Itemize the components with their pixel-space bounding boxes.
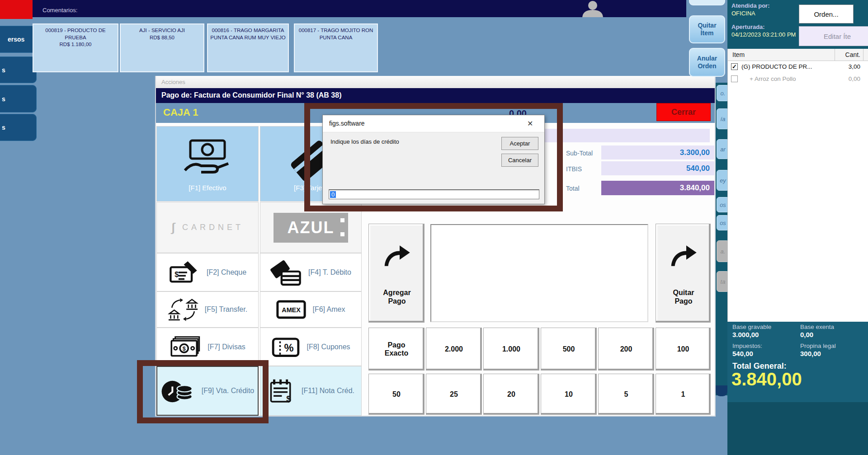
row-item-name: (G) PRODUCTO DE PR... xyxy=(741,63,832,70)
product-price: RD$ 1.180,00 xyxy=(35,41,116,48)
sidebar-red-block[interactable] xyxy=(0,0,33,19)
impuestos-label: Impuestos: xyxy=(732,342,762,349)
denom-50-button[interactable]: 50 xyxy=(368,374,425,415)
cardnet-button[interactable]: ∫∫ CARDNET xyxy=(156,202,259,253)
payments-listbox[interactable] xyxy=(430,224,648,322)
aperturada-value: 04/12/2023 03:21:00 PM xyxy=(731,31,796,38)
denom-1-button[interactable]: 1 xyxy=(656,374,711,415)
agregar-pago-label: Agregar Pago xyxy=(379,288,415,305)
method-f2-cheque-button[interactable]: $ [F2] Cheque xyxy=(156,253,259,291)
annotation-box-dialog xyxy=(304,103,563,211)
pos-screen: Cliente: CLIENTE DE CONTADO Comentarios:… xyxy=(0,0,868,455)
method-f8-cupones-button[interactable]: % [F8] Cupones xyxy=(260,328,362,366)
sidebar-item-3[interactable]: s xyxy=(0,85,37,113)
propina-label: Propina legal xyxy=(800,342,836,349)
product-button-000816[interactable]: 000816 - TRAGO MARGARITA PUNTA CANA RUM … xyxy=(207,23,289,72)
denom-20-button[interactable]: 20 xyxy=(483,374,539,415)
register-name: CAJA 1 xyxy=(163,107,198,118)
denom-100-button[interactable]: 100 xyxy=(656,328,711,371)
agregar-pago-button[interactable]: Agregar Pago xyxy=(368,224,425,323)
row-item-qty: 3,00 xyxy=(835,63,860,70)
denom-label: 10 xyxy=(565,390,573,399)
denom-pago-exacto-button[interactable]: Pago Exacto xyxy=(368,328,425,371)
method-f8-label: [F8] Cupones xyxy=(307,343,350,351)
denom-label: 25 xyxy=(450,390,458,399)
denom-200-button[interactable]: 200 xyxy=(598,328,654,371)
row-checkbox[interactable]: ✓ xyxy=(731,63,738,70)
top-cut-button[interactable] xyxy=(689,0,725,5)
base-exenta-value: 0,00 xyxy=(800,331,813,338)
denom-label: 2.000 xyxy=(445,345,463,353)
denom-2000-button[interactable]: 2.000 xyxy=(426,328,482,371)
cerrar-button[interactable]: Cerrar xyxy=(656,103,711,121)
anular-orden-button[interactable]: Anular Orden xyxy=(689,48,725,77)
debit-card-icon xyxy=(270,258,302,287)
sidebar-item-2[interactable]: s xyxy=(0,56,37,83)
subtotal-value-field: 3.300,00 xyxy=(601,145,714,159)
product-name: 000819 - PRODUCTO DE PRUEBA xyxy=(35,27,116,41)
method-f1-efectivo-button[interactable]: [F1] Efectivo xyxy=(156,126,259,202)
total-label: Total xyxy=(566,185,580,192)
row-item-qty: 0,00 xyxy=(835,75,860,82)
impuestos-value: 540,00 xyxy=(732,350,753,357)
denom-10-button[interactable]: 10 xyxy=(541,374,597,415)
method-f4-label: [F4] T. Débito xyxy=(308,268,351,277)
propina-value: 300,00 xyxy=(800,350,821,357)
svg-text:AMEX: AMEX xyxy=(282,306,301,314)
right-rail-backdrop xyxy=(716,83,727,395)
base-gravable-value: 3.000,00 xyxy=(732,331,759,338)
rail-fragment-label: os xyxy=(720,202,726,208)
product-name: 000817 - TRAGO MOJITO RON PUNTA CANA xyxy=(297,27,375,41)
table-row[interactable]: ✓ (G) PRODUCTO DE PR... 3,00 xyxy=(728,61,868,73)
method-f5-label: [F5] Transfer. xyxy=(205,305,247,314)
orden-button[interactable]: Orden... xyxy=(799,5,854,23)
items-table-header: Item Cant. xyxy=(728,49,868,61)
quitar-item-button[interactable]: Quitar Ítem xyxy=(689,15,725,43)
base-exenta-label: Base exenta xyxy=(800,324,834,330)
method-f11-nota-credito-button[interactable]: $ [F11] Nota Créd. xyxy=(260,366,362,416)
itbis-value-field: 540,00 xyxy=(601,161,714,175)
method-f5-transfer-button[interactable]: [F5] Transfer. xyxy=(156,291,259,328)
quitar-pago-button[interactable]: Quitar Pago xyxy=(656,224,711,323)
atendida-value: OFICINA xyxy=(731,10,755,17)
method-f6-amex-button[interactable]: AMEX [F6] Amex xyxy=(260,291,362,328)
header-divider-1 xyxy=(835,49,835,61)
denom-label: 5 xyxy=(624,390,628,399)
row-item-name: + Arroz con Pollo xyxy=(750,75,832,82)
denom-label: 500 xyxy=(563,345,575,353)
denom-25-button[interactable]: 25 xyxy=(426,374,482,415)
sidebar-item-4[interactable]: s xyxy=(0,114,37,141)
denom-label: 50 xyxy=(392,390,401,399)
totals-panel: Base gravable 3.000,00 Base exenta 0,00 … xyxy=(727,322,868,402)
denom-5-button[interactable]: 5 xyxy=(598,374,654,415)
col-cant-header[interactable]: Cant. xyxy=(835,51,860,58)
cash-in-hand-icon xyxy=(180,137,235,182)
editar-item-button[interactable]: Editar Íte xyxy=(799,26,868,46)
top-header-bar: Cliente: CLIENTE DE CONTADO Comentarios: xyxy=(33,0,686,17)
method-f1-label: [F1] Efectivo xyxy=(189,184,226,192)
payment-header-bar: Pago de: Factura de Consumidor Final N° … xyxy=(156,88,715,103)
annotation-box-f9 xyxy=(137,360,269,423)
subtotal-value: 3.300,00 xyxy=(680,148,710,157)
denom-label: 1.000 xyxy=(502,345,520,353)
rail-fragment-label: ía xyxy=(721,116,726,122)
denom-1000-button[interactable]: 1.000 xyxy=(483,328,539,371)
table-row[interactable]: + Arroz con Pollo 0,00 xyxy=(728,73,868,85)
product-button-aji[interactable]: AJI - SERVICIO AJI RD$ 88,50 xyxy=(120,23,204,72)
product-button-000817[interactable]: 000817 - TRAGO MOJITO RON PUNTA CANA xyxy=(294,23,378,72)
banknotes-icon: $ xyxy=(170,334,201,360)
itbis-value: 540,00 xyxy=(686,164,710,173)
col-item-header[interactable]: Item xyxy=(732,51,745,58)
rail-fragment-label: ey xyxy=(720,177,726,184)
method-f4-debito-button[interactable]: [F4] T. Débito xyxy=(260,253,362,291)
denom-500-button[interactable]: 500 xyxy=(541,328,597,371)
denom-label: 100 xyxy=(677,345,689,353)
product-name: 000816 - TRAGO MARGARITA PUNTA CANA RUM … xyxy=(210,27,286,41)
bank-transfer-icon xyxy=(168,296,198,323)
row-checkbox[interactable] xyxy=(731,75,738,82)
product-button-000819[interactable]: 000819 - PRODUCTO DE PRUEBA RD$ 1.180,00 xyxy=(33,23,118,72)
total-value: 3.840,00 xyxy=(680,183,710,192)
amex-logo-icon: AMEX xyxy=(276,299,306,320)
sidebar-item-label: s xyxy=(2,95,5,103)
product-price: RD$ 88,50 xyxy=(123,34,202,42)
